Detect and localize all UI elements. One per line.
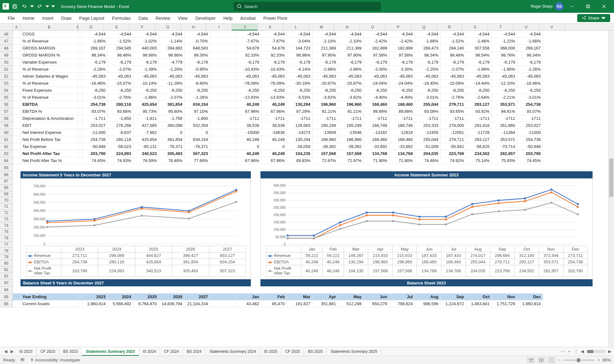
cell[interactable]: 280,116 <box>108 101 133 108</box>
column-header-Q[interactable]: Q <box>411 24 437 30</box>
cell[interactable]: -2.26% <box>82 66 108 73</box>
cell[interactable]: -45,063 <box>415 73 441 80</box>
row-header[interactable]: 69 <box>0 191 13 197</box>
cell[interactable]: 98.78% <box>492 52 517 59</box>
cell[interactable] <box>13 122 20 129</box>
cell[interactable]: 204,035 <box>415 150 441 157</box>
cell[interactable] <box>13 38 20 45</box>
cell[interactable]: 380,098 <box>159 122 185 129</box>
cell[interactable]: 98.98% <box>133 52 159 59</box>
cell[interactable]: -20.87% <box>313 80 338 87</box>
cell[interactable]: -56,023 <box>108 143 133 150</box>
cell[interactable]: 74.45% <box>82 157 108 164</box>
cell[interactable]: 71.90% <box>389 157 415 164</box>
cell[interactable]: -2.64% <box>466 94 492 101</box>
undo-icon[interactable] <box>20 3 28 10</box>
cell[interactable]: Tax Expense <box>20 143 78 150</box>
row-header[interactable]: 83 <box>0 279 13 286</box>
cell[interactable]: -6,179 <box>133 59 159 66</box>
column-header-O[interactable]: O <box>360 24 386 30</box>
cell[interactable] <box>13 66 20 73</box>
sheet-tab[interactable]: CF 2025 <box>281 348 304 356</box>
new-sheet-button[interactable]: ＋ <box>567 349 571 354</box>
cell[interactable]: -33,692 <box>364 143 389 150</box>
cell[interactable] <box>13 87 20 94</box>
cell[interactable]: 72.97% <box>313 157 338 164</box>
cell[interactable]: 788,624 <box>389 300 415 307</box>
row-header[interactable]: 61 <box>0 136 13 143</box>
cell[interactable]: -1.66% <box>82 38 108 45</box>
cell[interactable]: 255,044 <box>415 101 441 108</box>
cell[interactable]: 223,769 <box>441 150 466 157</box>
cell[interactable]: -50,948 <box>82 143 108 150</box>
cell[interactable]: 394,883 <box>159 45 185 52</box>
row-header[interactable]: 85 <box>0 293 13 300</box>
cell[interactable]: 76.59% <box>133 157 159 164</box>
row-header[interactable]: 80 <box>0 260 13 267</box>
column-header-F[interactable]: F <box>130 24 155 30</box>
cell[interactable]: Jul <box>389 293 415 300</box>
cell[interactable] <box>13 150 20 157</box>
cell[interactable] <box>78 108 82 115</box>
row-header[interactable]: 48 <box>0 45 13 52</box>
cell[interactable]: 1,960,914 <box>517 300 543 307</box>
cell[interactable]: 93.07% <box>517 108 543 115</box>
cell[interactable]: -2.86% <box>338 66 364 73</box>
cell[interactable]: -3.01% <box>517 94 543 101</box>
cell[interactable] <box>78 59 82 66</box>
cell[interactable]: -55,942 <box>441 143 466 150</box>
cell[interactable]: 98.54% <box>466 52 492 59</box>
cell[interactable]: Net Profit Before Tax <box>20 136 78 143</box>
cell[interactable]: -15.09% <box>441 80 466 87</box>
cell[interactable]: -2.76% <box>441 94 466 101</box>
cell[interactable]: 196,960 <box>338 101 364 108</box>
cell[interactable]: 195,249 <box>338 122 364 129</box>
cell[interactable]: -3.01% <box>415 94 441 101</box>
cell[interactable]: 425,654 <box>133 101 159 108</box>
cell[interactable]: -6,179 <box>389 59 415 66</box>
cell[interactable]: -0.95% <box>185 66 210 73</box>
cell[interactable] <box>210 300 236 307</box>
cell[interactable]: Mar <box>287 293 313 300</box>
cell[interactable]: 43,462 <box>236 300 261 307</box>
cell[interactable]: Variable Expenses <box>20 59 78 66</box>
zoom-slider[interactable] <box>563 360 595 361</box>
cell[interactable]: 440,083 <box>133 45 159 52</box>
cell[interactable]: Sep <box>441 293 466 300</box>
zoom-in-button[interactable]: + <box>597 358 600 362</box>
zoom-out-button[interactable]: − <box>558 358 561 362</box>
row-header[interactable]: 50 <box>0 59 13 66</box>
sheet-tab[interactable]: IS 2025 <box>260 348 281 356</box>
hscroll-right-icon[interactable]: ▶ <box>608 349 611 354</box>
cell[interactable]: -8,250 <box>108 87 133 94</box>
cell[interactable]: 282,857 <box>492 150 517 157</box>
vscroll-thumb[interactable] <box>609 159 613 197</box>
sheet-tab[interactable]: Statements Summary 2025 <box>327 348 381 356</box>
search-input[interactable] <box>244 4 378 9</box>
ribbon-tab-home[interactable]: Home <box>19 14 38 23</box>
cell[interactable]: -15000 <box>236 129 261 136</box>
cell[interactable]: 72.97% <box>338 157 364 164</box>
cell[interactable]: -4,544 <box>82 31 108 38</box>
cell[interactable]: -20.87% <box>338 80 364 87</box>
cell[interactable]: -8,250 <box>364 87 389 94</box>
cell[interactable]: 168,460 <box>364 101 389 108</box>
cell[interactable]: -8,250 <box>466 87 492 94</box>
cell[interactable]: -2.07% <box>441 66 466 73</box>
cell[interactable]: 182,889 <box>364 45 389 52</box>
cell[interactable]: 279,711 <box>441 136 466 143</box>
cell[interactable]: -1711 <box>364 115 389 122</box>
cell[interactable]: Nov <box>492 293 517 300</box>
cell[interactable]: Dec <box>517 293 543 300</box>
cell[interactable]: -12455 <box>415 129 441 136</box>
cell[interactable]: 67.96% <box>261 108 287 115</box>
cell[interactable]: -45,063 <box>492 73 517 80</box>
row-header[interactable]: 75 <box>0 229 13 235</box>
cell[interactable]: 38,538 <box>261 122 287 129</box>
cell[interactable]: 95.60% <box>159 108 185 115</box>
row-header[interactable]: 74 <box>0 222 13 229</box>
cell[interactable] <box>210 45 236 52</box>
cell[interactable]: 381,854 <box>159 101 185 108</box>
cell[interactable]: % of Revenue <box>20 38 78 45</box>
cell[interactable]: -51,009 <box>415 143 441 150</box>
